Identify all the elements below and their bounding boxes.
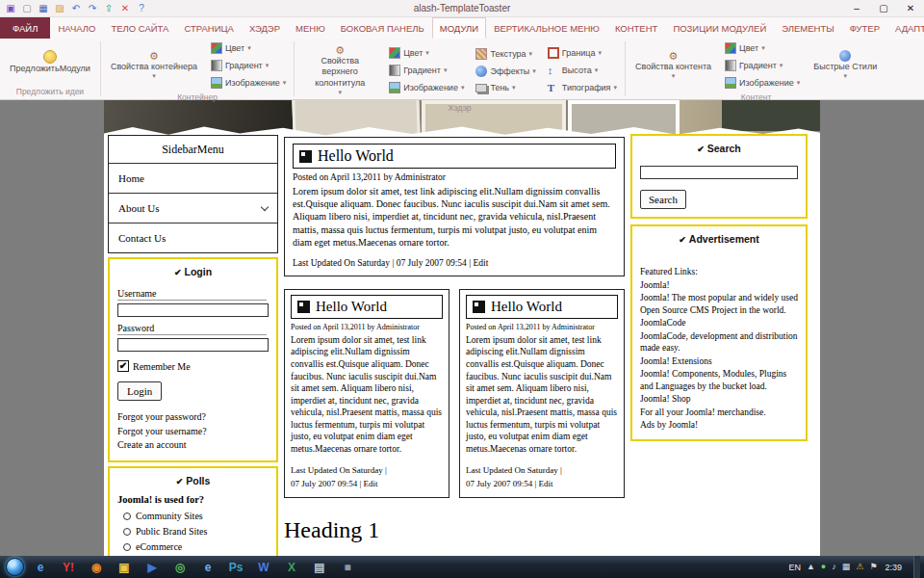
taskbar-icon[interactable]: Y! (59, 558, 78, 577)
taskbar-icon[interactable]: ▤ (310, 558, 329, 577)
search-module[interactable]: ✔Search Search (630, 134, 808, 219)
ribbon-tab[interactable]: ВЕРТИКАЛЬНОЕ МЕНЮ (486, 17, 607, 39)
ribbon-tab[interactable]: НАЧАЛО (50, 17, 103, 39)
close-button[interactable]: ✕ (897, 0, 924, 16)
ribbon-tab[interactable]: МЕНЮ (288, 17, 333, 39)
ribbon-tab[interactable]: МОДУЛИ (432, 17, 486, 39)
sidebar-menu-item[interactable]: Contact Us (109, 223, 277, 252)
remember-me-checkbox[interactable]: ✔ (117, 360, 129, 372)
start-button[interactable] (6, 558, 24, 576)
header-gradient-button[interactable]: Градиент▾ (385, 63, 468, 78)
quick-access-icon[interactable]: ▢ (20, 2, 34, 15)
color-icon (725, 42, 736, 54)
login-link[interactable]: Forgot your password? (117, 410, 269, 425)
advertisement-module[interactable]: ✔Advertisement Featured Links:Joomla!Joo… (630, 224, 808, 442)
taskbar-icon[interactable]: e (198, 558, 218, 577)
ribbon-tab[interactable]: ПОЗИЦИИ МОДУЛЕЙ (665, 17, 774, 39)
taskbar-icon[interactable]: ▶ (142, 558, 162, 577)
quick-styles-button[interactable]: Быстрые Стили ▾ (808, 46, 883, 85)
ribbon-tab[interactable]: СТРАНИЦА (176, 17, 241, 39)
ribbon-tab[interactable]: БОКОВАЯ ПАНЕЛЬ (333, 17, 432, 39)
quick-access-icon[interactable]: ? (135, 2, 148, 15)
header-image-button[interactable]: Изображение▾ (385, 80, 468, 95)
taskbar-icon[interactable]: e (31, 558, 50, 577)
ribbon-tab[interactable]: ЭЛЕМЕНТЫ (774, 17, 841, 39)
content-properties-button[interactable]: ⚙ Свойства контента ▾ (629, 46, 717, 85)
header-texture-button[interactable]: Текстура▾ (472, 46, 539, 62)
container-image-button[interactable]: Изображение▾ (207, 75, 290, 91)
password-field[interactable] (117, 338, 269, 352)
taskbar-icon[interactable]: ■ (338, 558, 357, 577)
sidebar-menu-item[interactable]: Home (109, 163, 277, 193)
poll-option[interactable]: eCommerce (117, 539, 269, 555)
quick-access-icon[interactable]: ▨ (53, 2, 66, 15)
login-link[interactable]: Forgot your username? (117, 425, 269, 439)
username-field[interactable] (117, 303, 269, 317)
tray-icon[interactable]: ▲ (807, 556, 815, 578)
ribbon-tab[interactable]: КОНТЕНТ (607, 17, 665, 39)
quick-access-icon[interactable]: ↶ (69, 2, 83, 15)
header-effects-button[interactable]: Эффекты▾ (472, 64, 539, 79)
radio-icon[interactable] (123, 528, 131, 536)
header-properties-button[interactable]: ⚙ Свойства верхнего колонтитула ▾ (298, 40, 381, 101)
header-typography-button[interactable]: TТипография▾ (544, 80, 621, 95)
ribbon: ПредложитьМодули Предложить идеи ⚙ Свойс… (0, 39, 924, 100)
poll-option[interactable]: Community Sites (117, 509, 269, 524)
tray-icon[interactable]: ♪ (832, 556, 836, 578)
content-gradient-button[interactable]: Градиент▾ (721, 58, 804, 73)
header-border-button[interactable]: Граница▾ (544, 45, 621, 61)
article-hello-world-1[interactable]: Hello World Posted on April 13,2011 by A… (284, 137, 625, 276)
login-module[interactable]: ✔Login Username Password ✔ Remember Me L… (108, 257, 278, 462)
quick-access-icon[interactable]: ▦ (37, 2, 50, 15)
ribbon-tab[interactable]: АДАПТИВНЫЙ ДИЗАЙН (887, 17, 924, 39)
show-desktop-button[interactable] (913, 556, 920, 578)
template-preview-page: SidebarMenu Home About Us Contact Us (104, 100, 820, 556)
heading-1[interactable]: Heading 1 (284, 517, 625, 543)
tray-icon[interactable]: ▦ (842, 556, 851, 578)
tray-icon[interactable]: ⚠ (856, 556, 863, 578)
taskbar-icon[interactable]: ◉ (87, 558, 106, 577)
language-indicator[interactable]: EN (788, 563, 801, 572)
container-gradient-button[interactable]: Градиент▾ (207, 58, 290, 73)
maximize-button[interactable]: ▢ (870, 0, 897, 16)
container-properties-button[interactable]: ⚙ Свойства контейнера ▾ (105, 46, 203, 85)
ribbon-tab[interactable]: ФУТЕР (842, 17, 887, 39)
taskbar-icon[interactable]: X (282, 558, 301, 577)
header-shadow-button[interactable]: Тень▾ (472, 81, 539, 94)
suggest-modules-button[interactable]: ПредложитьМодули (4, 46, 96, 78)
ribbon-tab[interactable]: ТЕЛО САЙТА (103, 17, 176, 39)
content-color-button[interactable]: Цвет▾ (721, 40, 804, 56)
article-body: Lorem ipsum dolor sit amet, test link ad… (466, 334, 618, 455)
article-hello-world-2[interactable]: Hello World Posted on April 13,2011 by A… (284, 289, 449, 498)
search-input[interactable] (640, 166, 798, 179)
login-button[interactable]: Login (117, 381, 162, 401)
quick-access-icon[interactable]: ⇪ (102, 2, 116, 15)
header-color-button[interactable]: Цвет▾ (385, 45, 468, 61)
article-title: Hello World (318, 147, 394, 165)
tray-icon[interactable]: ● (821, 556, 826, 578)
radio-icon[interactable] (123, 512, 131, 520)
taskbar-icon[interactable]: ▣ (115, 558, 134, 577)
sidebar-menu-item[interactable]: About Us (109, 193, 277, 223)
search-button[interactable]: Search (640, 190, 686, 209)
quick-styles-icon (839, 50, 851, 62)
clock[interactable]: 2:39 (883, 563, 908, 572)
taskbar-icon[interactable]: Ps (226, 558, 245, 577)
taskbar-icon[interactable]: ◎ (170, 558, 190, 577)
radio-icon[interactable] (123, 543, 131, 551)
quick-access-icon[interactable]: ↷ (86, 2, 99, 15)
header-height-button[interactable]: ↕Высота▾ (544, 63, 621, 78)
article-hello-world-3[interactable]: Hello World Posted on April 13,2011 by A… (459, 289, 625, 498)
polls-module[interactable]: ✔Polls Joomla! is used for? Community Si… (108, 466, 278, 557)
taskbar-icon[interactable]: W (254, 558, 273, 577)
quick-access-icon[interactable]: ✕ (118, 2, 132, 15)
container-color-button[interactable]: Цвет▾ (207, 40, 290, 56)
login-link[interactable]: Create an account (117, 438, 269, 453)
poll-option[interactable]: Public Brand Sites (117, 524, 269, 539)
quick-access-icon[interactable]: ▣ (4, 2, 17, 15)
content-image-button[interactable]: Изображение▾ (721, 75, 804, 91)
tray-icon[interactable]: ⚑ (869, 556, 877, 578)
minimize-button[interactable]: – (843, 0, 870, 16)
ribbon-tab[interactable]: ХЭДЭР (242, 17, 288, 39)
ribbon-tab[interactable]: ФАЙЛ (0, 17, 50, 39)
